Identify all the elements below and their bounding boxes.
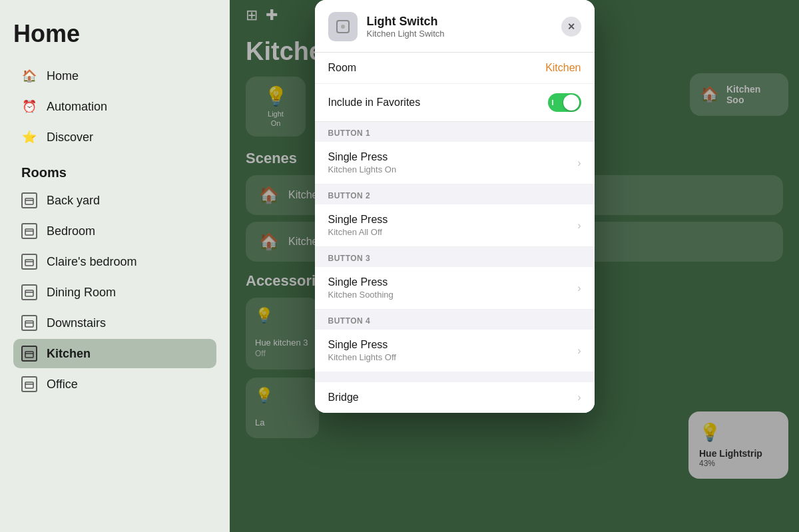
modal-buttons-section: BUTTON 1 Single Press Kitchen Lights On …: [315, 122, 595, 372]
sidebar-item-claires-bedroom[interactable]: Claire's bedroom: [13, 247, 216, 276]
sidebar-item-back-yard[interactable]: Back yard: [13, 186, 216, 215]
button3-section-header: BUTTON 3: [315, 247, 595, 267]
bridge-section-divider: [315, 372, 595, 382]
sidebar-item-automation-label: Automation: [47, 100, 107, 114]
room-icon-claires-bedroom: [21, 254, 37, 270]
sidebar-item-dining-room[interactable]: Dining Room: [13, 278, 216, 307]
button3-row[interactable]: Single Press Kitchen Soothing ›: [315, 267, 595, 310]
button4-detail: Kitchen Lights Off: [328, 352, 396, 362]
button1-chevron-icon: ›: [577, 157, 581, 169]
sidebar-item-home-label: Home: [47, 69, 79, 83]
button4-action: Single Press: [328, 339, 396, 351]
svg-rect-1: [25, 229, 33, 235]
button2-action: Single Press: [328, 214, 388, 226]
sidebar-item-office[interactable]: Office: [13, 370, 216, 399]
sidebar-item-kitchen[interactable]: Kitchen: [13, 339, 216, 368]
svg-rect-6: [25, 382, 33, 388]
device-settings-modal: Light Switch Kitchen Light Switch ✕ Room…: [315, 0, 595, 413]
modal-room-label: Room: [328, 62, 357, 74]
button2-detail: Kitchen All Off: [328, 227, 388, 237]
main-area: ⊞ ✚ Kitchen 💡 LightOn ⏸ Front DoorClosed…: [230, 0, 799, 532]
button1-content: Single Press Kitchen Lights On: [328, 151, 397, 174]
rooms-section-title: Rooms: [21, 165, 216, 180]
svg-rect-2: [25, 260, 33, 266]
svg-rect-4: [25, 321, 33, 327]
button4-section-header: BUTTON 4: [315, 310, 595, 330]
modal-overlay: Light Switch Kitchen Light Switch ✕ Room…: [230, 0, 799, 532]
svg-rect-5: [25, 352, 33, 358]
sidebar-room-downstairs-label: Downstairs: [47, 316, 106, 330]
sidebar-nav: 🏠 Home ⏰ Automation ⭐ Discover: [13, 61, 216, 152]
button2-section-header: BUTTON 2: [315, 184, 595, 204]
sidebar-room-dining-room-label: Dining Room: [47, 286, 116, 300]
sidebar-item-discover-label: Discover: [47, 131, 93, 144]
toggle-on-label: I: [552, 99, 554, 107]
sidebar-room-bedroom-label: Bedroom: [47, 224, 95, 238]
bridge-label: Bridge: [328, 392, 359, 403]
button3-detail: Kitchen Soothing: [328, 290, 394, 300]
modal-close-button[interactable]: ✕: [561, 17, 581, 37]
room-icon-kitchen: [21, 346, 37, 362]
sidebar-room-claires-bedroom-label: Claire's bedroom: [47, 255, 137, 269]
button2-row[interactable]: Single Press Kitchen All Off ›: [315, 204, 595, 247]
modal-favorites-row[interactable]: Include in Favorites I: [315, 84, 595, 121]
modal-title: Light Switch: [367, 15, 552, 29]
room-icon-bedroom: [21, 223, 37, 239]
modal-subtitle: Kitchen Light Switch: [367, 29, 552, 39]
button1-row[interactable]: Single Press Kitchen Lights On ›: [315, 142, 595, 184]
star-icon: ⭐: [21, 129, 37, 145]
automation-icon: ⏰: [21, 99, 37, 115]
button4-content: Single Press Kitchen Lights Off: [328, 339, 396, 362]
svg-rect-0: [25, 198, 33, 204]
button1-section-header: BUTTON 1: [315, 122, 595, 142]
rooms-list: Back yard Bedroom Claire's bedroom Dinin…: [13, 186, 216, 399]
button3-chevron-icon: ›: [577, 282, 581, 294]
button3-action: Single Press: [328, 276, 394, 288]
room-icon-back-yard: [21, 192, 37, 208]
toggle-knob: [563, 95, 579, 111]
room-icon-office: [21, 376, 37, 392]
sidebar-item-home[interactable]: 🏠 Home: [13, 61, 216, 91]
button2-chevron-icon: ›: [577, 220, 581, 232]
sidebar-item-bedroom[interactable]: Bedroom: [13, 216, 216, 246]
modal-room-row[interactable]: Room Kitchen: [315, 53, 595, 84]
button1-action: Single Press: [328, 151, 397, 163]
sidebar-item-discover[interactable]: ⭐ Discover: [13, 123, 216, 152]
sidebar: Home 🏠 Home ⏰ Automation ⭐ Discover Room…: [0, 0, 230, 532]
button1-detail: Kitchen Lights On: [328, 164, 397, 174]
svg-rect-3: [25, 290, 33, 296]
modal-favorites-label: Include in Favorites: [328, 97, 421, 109]
bridge-row[interactable]: Bridge ›: [315, 382, 595, 413]
app-title: Home: [13, 20, 216, 48]
sidebar-item-downstairs[interactable]: Downstairs: [13, 308, 216, 338]
device-icon: [328, 12, 358, 41]
sidebar-room-back-yard-label: Back yard: [47, 194, 100, 208]
button4-row[interactable]: Single Press Kitchen Lights Off ›: [315, 330, 595, 372]
sidebar-room-office-label: Office: [47, 378, 78, 392]
modal-header: Light Switch Kitchen Light Switch ✕: [315, 0, 595, 53]
button3-content: Single Press Kitchen Soothing: [328, 276, 394, 300]
svg-point-8: [341, 25, 345, 29]
modal-title-group: Light Switch Kitchen Light Switch: [367, 15, 552, 39]
room-icon-downstairs: [21, 315, 37, 331]
home-icon: 🏠: [21, 68, 37, 84]
modal-room-value: Kitchen: [545, 62, 581, 74]
room-icon-dining-room: [21, 284, 37, 300]
button2-content: Single Press Kitchen All Off: [328, 214, 388, 237]
bridge-chevron-icon: ›: [577, 392, 581, 403]
button4-chevron-icon: ›: [577, 345, 581, 357]
sidebar-room-kitchen-label: Kitchen: [47, 347, 91, 361]
sidebar-item-automation[interactable]: ⏰ Automation: [13, 92, 216, 121]
modal-info-section: Room Kitchen Include in Favorites I: [315, 53, 595, 122]
favorites-toggle[interactable]: I: [548, 93, 581, 112]
